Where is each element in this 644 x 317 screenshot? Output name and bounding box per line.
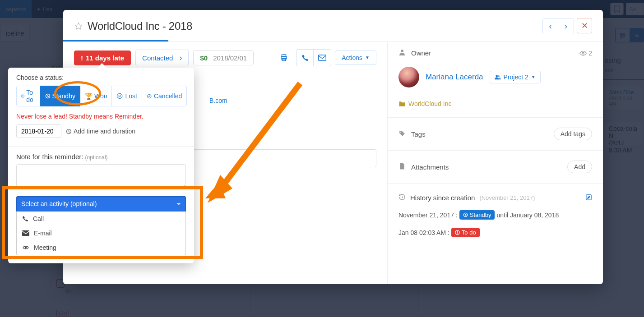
- view-count: 2: [579, 50, 592, 57]
- history-row: Jan 08 02:03 AM : To do: [398, 228, 592, 237]
- note-textarea[interactable]: [16, 164, 186, 189]
- history-icon: [398, 193, 406, 202]
- add-time-button[interactable]: Add time and duration: [66, 128, 135, 135]
- todo-badge: To do: [451, 228, 480, 237]
- reminder-date-input[interactable]: [16, 124, 61, 138]
- activity-meeting[interactable]: Meeting: [17, 240, 185, 255]
- svg-point-20: [25, 247, 27, 248]
- history-created-date: (November 21, 2017): [479, 194, 535, 201]
- price-badge[interactable]: $0 2018/02/01: [193, 51, 254, 65]
- svg-point-5: [582, 52, 584, 54]
- add-attachment-button[interactable]: Add: [567, 161, 592, 173]
- tags-label: Tags: [411, 130, 426, 138]
- close-button[interactable]: ✕: [577, 18, 592, 33]
- svg-rect-15: [23, 95, 23, 96]
- standby-badge: Standby: [459, 210, 495, 220]
- svg-rect-16: [23, 96, 23, 97]
- status-standby[interactable]: Standby: [40, 86, 80, 106]
- svg-rect-13: [457, 233, 458, 234]
- print-button[interactable]: [275, 50, 292, 66]
- favorite-star-icon[interactable]: [74, 22, 83, 31]
- svg-point-7: [498, 75, 500, 77]
- contacted-button[interactable]: Contacted: [135, 50, 189, 66]
- svg-point-4: [401, 50, 403, 52]
- svg-point-8: [400, 131, 401, 132]
- svg-rect-12: [457, 231, 458, 233]
- svg-rect-3: [319, 55, 326, 60]
- next-button[interactable]: ›: [558, 18, 574, 34]
- owner-label: Owner: [411, 49, 431, 57]
- add-tags-button[interactable]: Add tags: [554, 128, 592, 140]
- modal-title: WorldCloud Inc - 2018: [88, 20, 192, 32]
- history-row: November 21, 2017 : Standby until Januar…: [398, 210, 592, 220]
- status-popover: Choose a status: To do Standby 🏆Won ☹Los…: [8, 68, 194, 263]
- activity-select[interactable]: Select an activity (optional): [16, 196, 186, 211]
- exclaim-icon: !: [81, 54, 83, 62]
- actions-dropdown[interactable]: Actions ▼: [335, 51, 376, 65]
- project-dropdown[interactable]: Project 2 ▼: [490, 71, 541, 83]
- phone-button[interactable]: [297, 50, 314, 66]
- side-column: Owner 2 Mariana Lacerda Project 2 ▼ Worl…: [387, 42, 603, 284]
- activity-menu: Call E-mail Meeting: [16, 211, 186, 255]
- caret-down-icon: ▼: [531, 74, 536, 79]
- caret-down-icon: ▼: [365, 55, 370, 60]
- file-icon: [398, 163, 406, 171]
- avatar: [398, 67, 419, 87]
- svg-point-6: [496, 75, 498, 77]
- caret-down-icon: [176, 203, 181, 205]
- status-todo[interactable]: To do: [16, 86, 41, 106]
- activity-call[interactable]: Call: [17, 211, 185, 226]
- folder-link[interactable]: WorldCloud Inc: [398, 100, 592, 107]
- note-label: Note for this reminder: (optional): [16, 153, 186, 161]
- history-title: History since creation: [410, 194, 475, 202]
- tag-icon: [398, 130, 406, 138]
- modal-header: WorldCloud Inc - 2018 ‹ › ✕: [63, 10, 603, 40]
- choose-status-label: Choose a status:: [16, 74, 186, 81]
- status-won[interactable]: 🏆Won: [80, 86, 112, 106]
- status-cancelled[interactable]: ⊘Cancelled: [142, 86, 187, 106]
- email-button[interactable]: [314, 50, 331, 66]
- domain-link[interactable]: B.com: [209, 97, 376, 104]
- nav-group: ‹ ›: [542, 18, 574, 34]
- activity-email[interactable]: E-mail: [17, 226, 185, 240]
- user-icon: [398, 49, 406, 57]
- owner-name[interactable]: Mariana Lacerda: [426, 73, 483, 82]
- status-lost[interactable]: ☹Lost: [111, 86, 142, 106]
- edit-history-button[interactable]: [585, 194, 592, 202]
- attachments-label: Attachments: [411, 163, 449, 171]
- prev-button[interactable]: ‹: [543, 18, 558, 34]
- standby-warning: Never lose a lead! Standby means Reminde…: [16, 113, 186, 120]
- svg-rect-19: [22, 230, 29, 236]
